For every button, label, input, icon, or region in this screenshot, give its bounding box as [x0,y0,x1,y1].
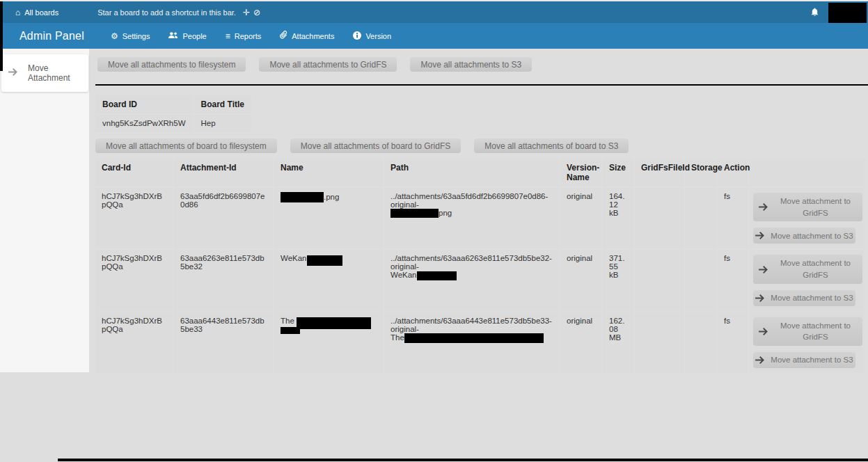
action-cell: fs [718,188,748,248]
user-menu-redacted[interactable] [828,3,867,23]
move-all-to-filesystem-button[interactable]: Move all attachments to filesystem [97,57,246,72]
size-cell: 371.55 kB [603,250,633,310]
board-table: Board ID Board Title vnhg5KsZsdPwXRh5W H… [94,94,253,134]
tab-settings-label: Settings [123,32,150,40]
buttons-header [749,159,865,186]
version-name-cell: original [560,312,601,373]
move-attachment-to-gridfs-button[interactable]: Move attachment to GridFS [753,317,862,346]
name-cell: .png [274,188,383,248]
board-title-header: Board Title [194,95,251,113]
size-header: Size [603,159,633,186]
tab-settings[interactable]: ⚙ Settings [111,31,150,41]
attachments-header-row: Card-Id Attachment-Id Name Path Version-… [95,159,865,186]
tab-reports-label: Reports [235,32,262,40]
name-cell: The [274,312,383,373]
top-bar: ⌂ All boards Star a board to add a short… [0,1,868,23]
star-board-hint: Star a board to add a shortcut in this b… [97,8,236,17]
path-cell: ../attachments/63aa5fd6df2b6699807e0d86-… [384,188,559,248]
redacted-path [417,271,457,280]
card-id-cell: hCJ7kSg3hDXrBpQQa [95,188,173,248]
all-boards-link[interactable]: ⌂ All boards [15,8,58,17]
board-title-cell: Hep [194,115,251,132]
path-cell: ../attachments/63aaa6263e811e573db5be32-… [384,250,559,310]
tab-attachments[interactable]: Attachments [280,31,334,41]
attachment-row: hCJ7kSg3hDXrBpQQa 63aaa6263e811e573db5be… [95,250,865,310]
list-icon: ≡ [226,32,230,40]
tab-people[interactable]: People [168,31,206,41]
attachment-id-header: Attachment-Id [174,159,273,186]
move-attachment-to-s3-button[interactable]: Move attachment to S3 [753,228,855,244]
redacted-path [390,209,439,218]
page-title: Admin Panel [19,30,84,42]
arrow-right-icon [8,68,17,78]
main-content: Move all attachments to filesystem Move … [95,49,868,374]
sidebar-item-label: Move Attachment [28,63,81,83]
notifications-bell-icon[interactable] [811,8,819,17]
redacted-name [281,327,300,334]
board-id-header: Board ID [95,95,193,113]
paperclip-icon [280,31,287,41]
move-attachment-to-s3-button[interactable]: Move attachment to S3 [753,290,855,306]
sidebar: Move Attachment [0,49,89,372]
attachments-table: Card-Id Attachment-Id Name Path Version-… [94,157,867,374]
home-icon: ⌂ [15,8,20,17]
move-attachment-to-gridfs-button[interactable]: Move attachment to GridFS [753,255,862,283]
info-icon [353,31,361,41]
move-cross-icon[interactable]: ✛ [243,8,250,17]
redacted-name [281,192,324,202]
path-header: Path [384,159,559,186]
move-all-to-gridfs-button[interactable]: Move all attachments to GridFS [259,57,397,72]
sidebar-item-move-attachment[interactable]: Move Attachment [1,54,88,92]
attachment-row: hCJ7kSg3hDXrBpQQa 63aaa6443e811e573db5be… [95,312,865,373]
gridfsfileid-header: GridFsFileId [635,159,684,186]
storage-cell [685,250,716,310]
attachment-id-cell: 63aaa6263e811e573db5be32 [174,250,273,310]
move-attachment-to-s3-button[interactable]: Move attachment to S3 [753,352,855,368]
admin-panel-header: Admin Panel ⚙ Settings People ≡ Reports … [0,23,868,49]
window-edge-strip [0,1,3,71]
redacted-path [404,333,544,343]
storage-cell [685,188,716,248]
bottom-window-bar [58,459,868,461]
tab-version-label: Version [365,32,391,40]
gridfsfileid-cell [635,312,684,373]
storage-cell [685,312,716,373]
path-cell: ../attachments/63aaa6443e811e573db5be33-… [384,312,559,373]
tab-people-label: People [182,32,206,40]
move-attachment-to-gridfs-button[interactable]: Move attachment to GridFS [753,193,862,221]
move-board-to-gridfs-button[interactable]: Move all attachments of board to GridFS [290,138,461,153]
attachment-id-cell: 63aaa6443e811e573db5be33 [174,312,273,373]
card-id-cell: hCJ7kSg3hDXrBpQQa [95,250,173,310]
size-cell: 162.08 MB [603,312,633,373]
gridfsfileid-cell [635,250,684,310]
gear-icon: ⚙ [111,32,118,40]
board-table-header-row: Board ID Board Title [95,95,251,113]
move-board-to-s3-button[interactable]: Move all attachments of board to S3 [474,138,629,153]
row-actions-cell: Move attachment to GridFS Move attachmen… [749,188,865,248]
name-cell: WeKan [274,250,383,310]
card-id-header: Card-Id [95,159,173,186]
board-table-row: vnhg5KsZsdPwXRh5W Hep [95,115,251,132]
people-icon [168,31,178,40]
gridfsfileid-cell [635,188,684,248]
tab-attachments-label: Attachments [292,32,334,40]
divider [95,84,868,86]
attachment-id-cell: 63aa5fd6df2b6699807e0d86 [174,188,273,248]
tab-version[interactable]: Version [353,31,391,41]
move-board-to-filesystem-button[interactable]: Move all attachments of board to filesys… [95,138,277,153]
row-actions-cell: Move attachment to GridFS Move attachmen… [749,250,865,310]
redacted-name [307,255,342,266]
move-all-to-s3-button[interactable]: Move all attachments to S3 [410,57,532,72]
tab-reports[interactable]: ≡ Reports [226,31,262,41]
size-cell: 164.12 kB [603,188,633,248]
name-header: Name [274,159,383,186]
action-cell: fs [718,312,748,373]
attachment-row: hCJ7kSg3hDXrBpQQa 63aa5fd6df2b6699807e0d… [95,188,865,248]
all-boards-label: All boards [24,8,58,17]
ban-icon[interactable]: ⊘ [253,8,260,17]
card-id-cell: hCJ7kSg3hDXrBpQQa [95,312,173,373]
row-actions-cell: Move attachment to GridFS Move attachmen… [749,312,865,373]
action-cell: fs [718,250,748,310]
version-name-cell: original [560,188,601,248]
version-name-header: Version-Name [560,159,601,186]
